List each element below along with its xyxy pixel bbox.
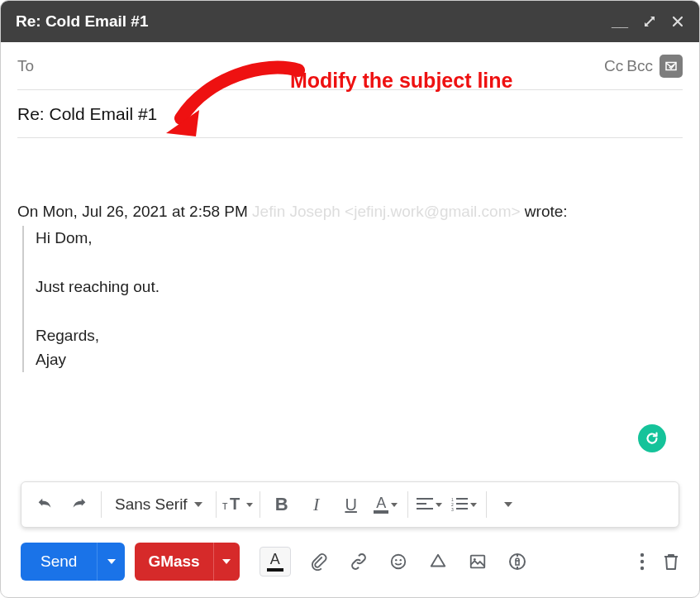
gmass-button[interactable]: GMass xyxy=(135,543,212,581)
send-button-group: Send xyxy=(21,543,125,581)
font-family-picker[interactable]: Sans Serif xyxy=(107,495,211,514)
emoji-icon[interactable] xyxy=(387,550,410,573)
gmass-options-button[interactable] xyxy=(213,543,240,581)
header-fields: To Cc Bcc xyxy=(1,42,699,138)
svg-point-8 xyxy=(399,559,401,561)
underline-button[interactable]: U xyxy=(335,488,368,521)
chevron-down-icon xyxy=(391,503,398,507)
chevron-down-icon xyxy=(436,503,442,507)
compose-window: Re: Cold Email #1 __ To Cc Bcc xyxy=(0,0,700,598)
cc-button[interactable]: Cc xyxy=(604,57,623,75)
undo-icon[interactable] xyxy=(28,488,61,521)
svg-point-6 xyxy=(391,555,405,569)
quoted-line: Ajay xyxy=(36,347,683,371)
svg-point-13 xyxy=(640,553,644,557)
expand-icon[interactable] xyxy=(643,15,656,28)
trash-icon[interactable] xyxy=(663,553,679,571)
image-icon[interactable] xyxy=(466,550,489,573)
svg-text:3: 3 xyxy=(451,507,454,511)
to-label: To xyxy=(17,57,34,75)
chevron-down-icon xyxy=(194,502,202,507)
chevron-down-icon xyxy=(504,502,512,507)
format-toggle-button[interactable]: A xyxy=(260,547,291,576)
window-controls: __ xyxy=(612,14,684,29)
font-family-label: Sans Serif xyxy=(115,495,188,514)
action-bar: Send GMass A xyxy=(1,528,699,597)
svg-text:т: т xyxy=(222,499,228,512)
font-size-picker[interactable]: тT xyxy=(221,488,255,521)
attach-icon[interactable] xyxy=(307,550,331,573)
quote-sender: Jefin Joseph <jefinj.work@gmail.com> xyxy=(252,203,520,220)
svg-text:T: T xyxy=(230,496,240,513)
titlebar: Re: Cold Email #1 __ xyxy=(1,1,699,42)
quote-intro: On Mon, Jul 26, 2021 at 2:58 PM Jefin Jo… xyxy=(17,203,683,221)
send-options-button[interactable] xyxy=(97,543,125,581)
window-title: Re: Cold Email #1 xyxy=(16,12,612,31)
recipients-row[interactable]: To Cc Bcc xyxy=(17,42,683,90)
right-actions xyxy=(640,553,679,571)
quote-suffix: wrote: xyxy=(521,203,568,220)
more-options-icon[interactable] xyxy=(640,553,645,571)
svg-point-14 xyxy=(640,560,644,563)
drive-icon[interactable] xyxy=(426,550,450,573)
confidential-icon[interactable] xyxy=(506,550,529,573)
chevron-down-icon xyxy=(222,559,231,564)
compose-body[interactable]: On Mon, Jul 26, 2021 at 2:58 PM Jefin Jo… xyxy=(1,138,699,481)
grammarly-icon[interactable] xyxy=(638,424,666,452)
bold-button[interactable]: B xyxy=(265,488,298,521)
more-formatting-button[interactable] xyxy=(492,488,525,521)
quoted-line: Regards, xyxy=(36,323,683,347)
list-picker[interactable]: 123 xyxy=(448,488,481,521)
bcc-button[interactable]: Bcc xyxy=(626,57,653,75)
svg-point-7 xyxy=(395,559,397,561)
minimize-icon[interactable]: __ xyxy=(612,14,628,29)
gmass-recipient-icon[interactable] xyxy=(660,55,683,78)
chevron-down-icon xyxy=(107,559,116,564)
subject-input[interactable] xyxy=(17,104,683,124)
quoted-line: Just reaching out. xyxy=(36,275,683,299)
redo-icon[interactable] xyxy=(63,488,96,521)
chevron-down-icon xyxy=(246,503,253,507)
quoted-block: Hi Dom, Just reaching out. Regards, Ajay xyxy=(22,226,683,372)
italic-button[interactable]: I xyxy=(300,488,333,521)
align-picker[interactable] xyxy=(413,488,446,521)
svg-point-15 xyxy=(640,567,644,570)
insert-icons: A xyxy=(260,547,631,576)
svg-rect-12 xyxy=(516,561,519,565)
send-button[interactable]: Send xyxy=(21,543,97,581)
quote-date-prefix: On Mon, Jul 26, 2021 at 2:58 PM xyxy=(17,203,252,220)
quoted-line: Hi Dom, xyxy=(36,226,683,250)
subject-row xyxy=(17,90,683,138)
close-icon[interactable] xyxy=(671,15,684,28)
chevron-down-icon xyxy=(470,503,477,507)
gmass-button-group: GMass xyxy=(135,543,239,581)
svg-point-10 xyxy=(474,558,476,561)
formatting-toolbar: Sans Serif тT B I U A 123 xyxy=(21,481,679,528)
text-color-picker[interactable]: A xyxy=(369,488,402,521)
link-icon[interactable] xyxy=(347,550,370,573)
